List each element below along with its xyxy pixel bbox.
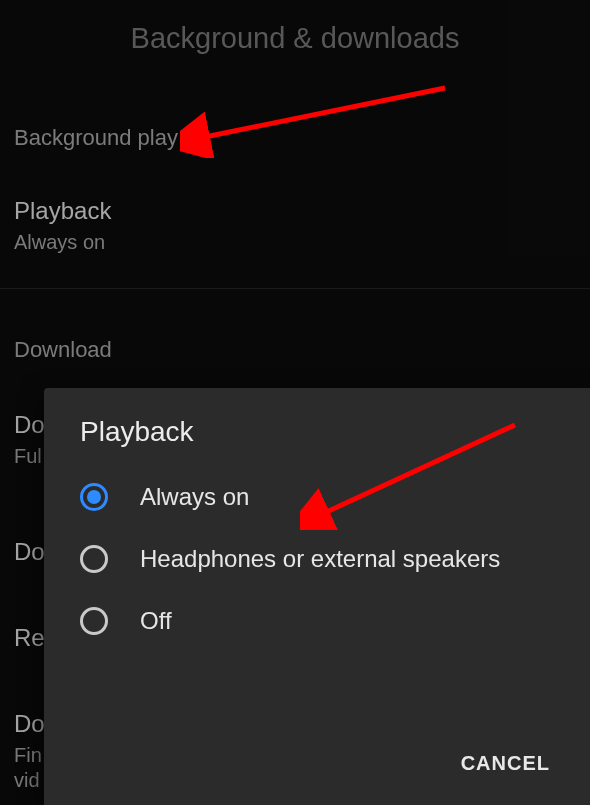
radio-unselected-icon	[80, 607, 108, 635]
option-headphones[interactable]: Headphones or external speakers	[44, 528, 590, 590]
playback-dialog: Playback Always on Headphones or externa…	[44, 388, 590, 805]
option-always-on-label: Always on	[140, 482, 249, 512]
cancel-button[interactable]: CANCEL	[449, 742, 562, 785]
option-headphones-label: Headphones or external speakers	[140, 544, 500, 574]
radio-selected-icon	[80, 483, 108, 511]
dialog-title: Playback	[44, 416, 590, 466]
option-off[interactable]: Off	[44, 590, 590, 652]
option-always-on[interactable]: Always on	[44, 466, 590, 528]
radio-unselected-icon	[80, 545, 108, 573]
option-off-label: Off	[140, 606, 172, 636]
